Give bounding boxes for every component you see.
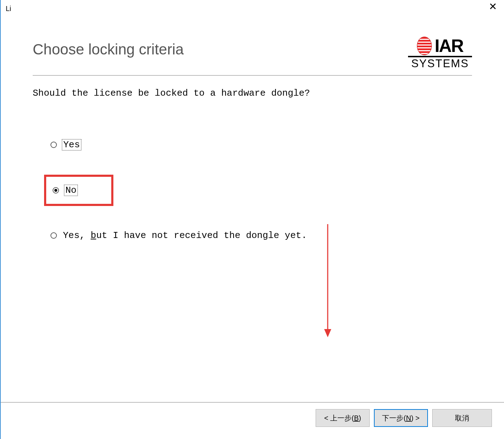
question-text: Should the license be locked to a hardwa… xyxy=(33,88,472,99)
option-no[interactable]: No xyxy=(53,185,105,196)
highlight-box: No xyxy=(44,175,113,206)
option-not-received[interactable]: Yes, but I have not received the dongle … xyxy=(44,225,472,246)
page-title: Choose locking criteria xyxy=(33,41,184,58)
radio-no[interactable] xyxy=(53,187,59,194)
next-button[interactable]: 下一步(N) > xyxy=(374,409,428,427)
footer-divider xyxy=(1,402,504,403)
content-area: Choose locking criteria IAR SYSTEMS Shou… xyxy=(1,17,504,246)
svg-marker-1 xyxy=(324,329,331,337)
logo-text-systems: SYSTEMS xyxy=(408,56,472,70)
option-no-label: No xyxy=(64,185,78,196)
option-yes[interactable]: Yes xyxy=(44,134,472,155)
titlebar: Li ✕ xyxy=(1,0,504,17)
radio-not-received[interactable] xyxy=(50,232,57,239)
header-row: Choose locking criteria IAR SYSTEMS xyxy=(33,37,472,70)
button-row: < 上一步(B) 下一步(N) > 取消 xyxy=(316,409,492,427)
option-yes-label: Yes xyxy=(62,139,81,150)
iar-systems-logo: IAR SYSTEMS xyxy=(408,37,472,70)
back-button[interactable]: < 上一步(B) xyxy=(316,409,370,427)
window-title: Li xyxy=(6,5,11,13)
option-not-received-label: Yes, but I have not received the dongle … xyxy=(62,230,308,241)
logo-oval-icon xyxy=(417,37,432,55)
cancel-button[interactable]: 取消 xyxy=(432,409,492,427)
radio-yes[interactable] xyxy=(50,142,57,148)
options-group: Yes No Yes, but I have not received the … xyxy=(33,134,472,246)
annotation-arrow-icon xyxy=(321,224,335,338)
logo-text-iar: IAR xyxy=(435,38,463,54)
close-icon[interactable]: ✕ xyxy=(482,0,504,17)
header-divider xyxy=(33,75,472,76)
dialog-window: Li ✕ Choose locking criteria IAR SYSTEMS… xyxy=(0,0,504,439)
